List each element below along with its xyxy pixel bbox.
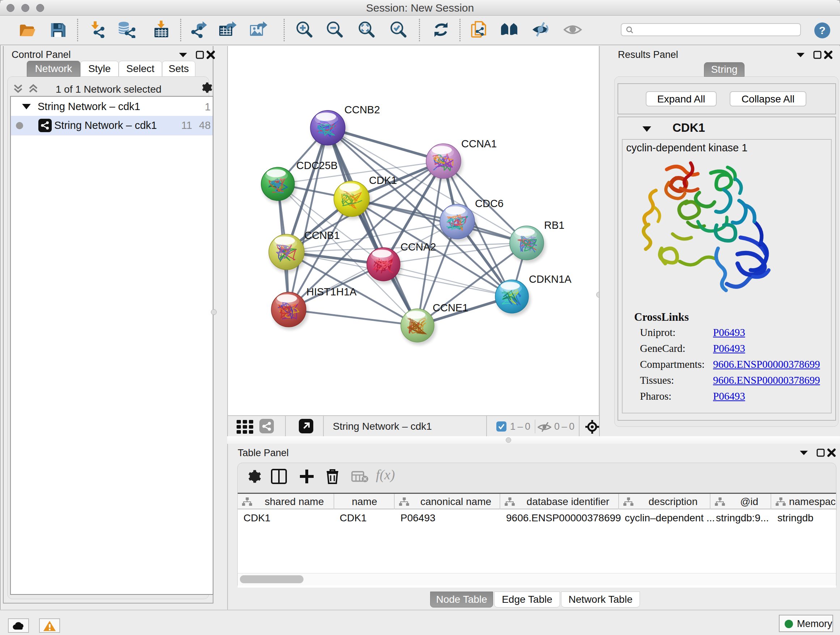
- svg-text:CCNA2: CCNA2: [401, 241, 436, 253]
- svg-text:CCNB2: CCNB2: [344, 104, 380, 116]
- svg-text:CDC25B: CDC25B: [296, 160, 338, 171]
- svg-text:CDKN1A: CDKN1A: [529, 273, 572, 285]
- svg-text:CCNE1: CCNE1: [433, 302, 468, 314]
- svg-text:HIST1H1A: HIST1H1A: [306, 286, 357, 298]
- svg-text:CCNA1: CCNA1: [461, 138, 497, 149]
- svg-text:CDC6: CDC6: [475, 198, 504, 209]
- svg-text:RB1: RB1: [544, 219, 564, 231]
- svg-text:CCNB1: CCNB1: [304, 230, 340, 241]
- svg-text:CDK1: CDK1: [369, 174, 397, 186]
